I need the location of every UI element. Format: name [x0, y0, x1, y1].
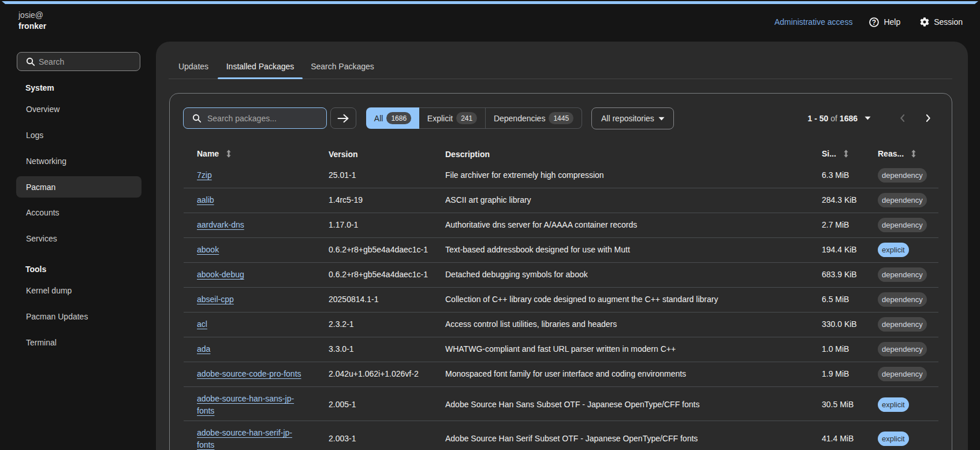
svg-text:?: ?: [872, 18, 876, 27]
